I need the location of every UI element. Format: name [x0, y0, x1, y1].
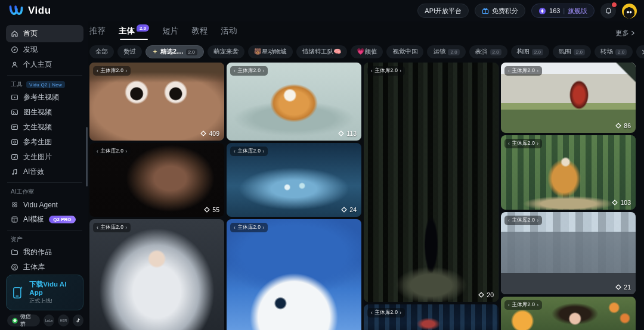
phone-icon	[12, 285, 24, 300]
sidebar-item-text-to-image[interactable]: 文生图片	[6, 150, 83, 164]
sidebar-item-ref-to-image[interactable]: 参考生图	[6, 135, 83, 150]
nav-tabs: 推荐 主体 2.0 短片 教程 活动 更多	[89, 25, 636, 41]
video-card-city-street[interactable]: 主体库2.0 21	[501, 212, 636, 294]
diamond-icon	[338, 130, 344, 136]
social-badge-her[interactable]: HER	[58, 315, 69, 326]
tab-subject[interactable]: 主体 2.0	[119, 26, 149, 40]
subject-library-badge: 主体库2.0	[367, 308, 405, 317]
tab-events[interactable]: 活动	[221, 26, 237, 40]
download-app-card[interactable]: 下载Vidu AI App 正式上线!	[6, 275, 83, 310]
video-card-dark-portrait[interactable]: 主体库2.0 55	[89, 143, 224, 217]
sidebar-item-ai-sound[interactable]: AI音效	[6, 164, 83, 179]
sidebar-item-vidu-agent[interactable]: Vidu Agent	[6, 197, 83, 212]
text-image-icon	[11, 153, 18, 161]
diamond-icon	[341, 207, 347, 213]
video-thumbnail	[89, 219, 224, 330]
vidu-q2-new-badge: Vidu Q2 | New	[26, 81, 65, 88]
bell-icon	[605, 7, 612, 15]
video-card-flower-girl[interactable]: 主体库2.0	[501, 297, 636, 330]
filter-chip-animal-city[interactable]: 🐻星动物城	[248, 45, 293, 58]
usage-count: 86	[615, 122, 631, 129]
credit-coin-icon	[538, 7, 546, 15]
video-card-ice-scene[interactable]: 主体库2.0 24	[227, 143, 361, 217]
more-link[interactable]: 更多	[615, 29, 636, 38]
tab-tutorial[interactable]: 教程	[191, 26, 208, 40]
tab-recommend[interactable]: 推荐	[89, 26, 106, 40]
template-icon	[11, 216, 18, 223]
music-note-icon	[11, 168, 18, 176]
filter-chip-visual-china[interactable]: 视觉中国	[386, 45, 423, 58]
api-platform-button[interactable]: API开放平台	[417, 4, 469, 18]
video-card-bamboo-shiba[interactable]: 主体库2.0 103	[501, 135, 636, 210]
sidebar-item-my-works[interactable]: 我的作品	[6, 245, 83, 260]
filter-chip-all[interactable]: 全部	[89, 45, 114, 58]
studio-section-label: AI工作室	[6, 186, 83, 197]
sidebar-item-discover[interactable]: 发现	[6, 42, 83, 57]
filter-chip-camera[interactable]: 运镜2.0	[427, 45, 465, 58]
filter-chip-composition[interactable]: 构图2.0	[511, 45, 549, 58]
user-avatar[interactable]	[622, 4, 637, 18]
video-card-shark-hoodie[interactable]: 主体库2.0	[227, 219, 361, 330]
person-icon	[11, 61, 18, 69]
usage-count: 21	[615, 284, 631, 291]
chevron-right-icon	[630, 30, 636, 36]
diamond-icon	[200, 130, 206, 136]
home-icon	[11, 30, 18, 38]
filter-chip-cute-pets[interactable]: 萌宠来袭	[208, 45, 244, 58]
sidebar-item-profile[interactable]: 个人主页	[6, 57, 83, 72]
sidebar-item-image-to-video[interactable]: 图生视频	[6, 105, 83, 120]
filter-chip-atmosphere[interactable]: 氛围2.0	[553, 45, 591, 58]
video-card-scifi-corridor[interactable]: 主体库2.0	[364, 304, 499, 330]
sidebar-item-text-to-video[interactable]: 文生视频	[6, 120, 83, 135]
wechat-group-button[interactable]: 微信群	[7, 315, 40, 326]
sidebar-item-subject-library[interactable]: 主体库	[6, 260, 83, 275]
plan-name: 旗舰版	[568, 7, 587, 15]
filter-chip-liked[interactable]: 赞过	[117, 45, 142, 58]
image-video-icon	[11, 108, 18, 116]
usage-count: 55	[204, 206, 219, 213]
tab-shorts[interactable]: 短片	[162, 26, 178, 40]
subject-2.0-badge: 2.0	[137, 24, 149, 32]
filter-chip-beauty[interactable]: 💗颜值	[351, 45, 383, 58]
download-app-subtitle: 正式上线!	[29, 297, 78, 305]
notifications-button[interactable]	[600, 3, 616, 18]
grid-column: 主体库2.0 20 主体库2.0	[364, 63, 499, 330]
subject-library-badge: 主体库2.0	[504, 139, 542, 148]
filter-chip-featured[interactable]: 精选2.... 2.0	[145, 45, 204, 58]
subject-library-badge: 主体库2.0	[93, 66, 131, 76]
video-card-warrior-wall[interactable]: 主体库2.0 86	[501, 63, 636, 133]
subject-library-icon	[11, 263, 18, 271]
tiktok-button[interactable]	[73, 315, 83, 326]
credits-count: 163	[549, 7, 560, 14]
filter-chip-transition[interactable]: 转场2.0	[595, 45, 633, 58]
video-card-shiba-puppy[interactable]: 主体库2.0 113	[227, 63, 361, 141]
grid-column: 主体库2.0 409 主体库2.0 55 主体库2.0	[89, 63, 224, 330]
main-content: 推荐 主体 2.0 短片 教程 活动 更多 全部 赞过 精选2.... 2.0 …	[88, 21, 644, 330]
filter-scroll-right-button[interactable]	[636, 45, 644, 58]
free-credits-button[interactable]: 免费积分	[475, 4, 525, 18]
social-badge-lala[interactable]: LaLa	[44, 315, 54, 326]
sidebar-item-home[interactable]: 首页	[6, 25, 83, 42]
sidebar-scrollbar[interactable]	[86, 127, 88, 186]
logo-text: Vidu	[28, 5, 51, 17]
diamond-icon	[615, 123, 621, 129]
tiktok-icon	[75, 317, 81, 323]
wechat-icon	[12, 317, 18, 324]
diamond-icon	[478, 292, 484, 298]
sidebar: 首页 发现 个人主页 工具 Vidu Q2 | New 参考生视频 图生视频 文…	[0, 21, 88, 330]
chevron-right-icon	[641, 49, 644, 55]
video-card-white-hair[interactable]: 主体库2.0	[89, 219, 224, 330]
sidebar-divider	[7, 230, 82, 231]
sidebar-item-ai-template[interactable]: AI模板 Q2 PRO	[6, 212, 83, 227]
sidebar-divider	[7, 182, 82, 183]
usage-count: 113	[338, 130, 357, 137]
diamond-icon	[204, 207, 210, 213]
filter-chip-performance[interactable]: 表演2.0	[469, 45, 507, 58]
video-card-scared-man[interactable]: 主体库2.0 409	[89, 63, 224, 141]
credits-plan-button[interactable]: 163 | 旗舰版	[531, 4, 595, 18]
sidebar-item-ref-to-video[interactable]: 参考生视频	[6, 90, 83, 105]
filter-chip-emotion-squad[interactable]: 情绪特工队🧠	[296, 45, 348, 58]
social-links-row: 微信群 LaLa HER	[6, 310, 83, 328]
vidu-logo[interactable]: Vidu	[8, 5, 51, 17]
video-card-dark-forest[interactable]: 主体库2.0 20	[364, 63, 499, 302]
